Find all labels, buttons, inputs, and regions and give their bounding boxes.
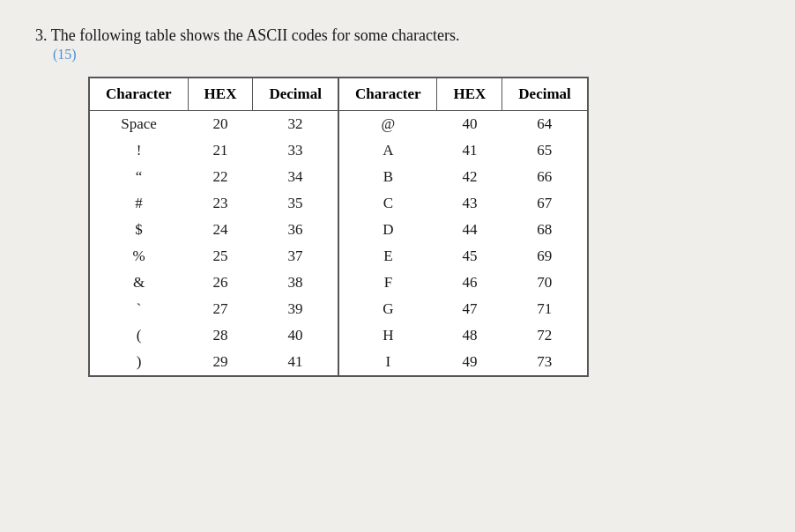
cell-3-5: 67: [502, 190, 588, 217]
cell-1-1: 21: [188, 137, 253, 164]
cell-1-4: 41: [437, 137, 502, 164]
cell-8-3: H: [338, 322, 437, 349]
col-header-char1: Character: [89, 78, 188, 111]
table-row: Space2032@4064: [89, 111, 588, 138]
col-header-dec2: Decimal: [502, 78, 588, 111]
table-row: $2436D4468: [89, 217, 588, 243]
cell-8-2: 40: [253, 322, 338, 349]
cell-5-3: E: [338, 243, 437, 270]
cell-4-5: 68: [502, 217, 588, 243]
cell-2-5: 66: [502, 164, 588, 190]
col-header-char2: Character: [338, 78, 437, 111]
cell-7-2: 39: [253, 296, 338, 322]
cell-9-4: 49: [437, 349, 502, 376]
cell-1-2: 33: [253, 137, 338, 164]
cell-5-5: 69: [502, 243, 588, 270]
cell-2-3: B: [338, 164, 437, 190]
cell-3-0: #: [89, 190, 188, 217]
cell-9-2: 41: [253, 349, 338, 376]
col-header-hex1: HEX: [188, 78, 253, 111]
question-number: 3.: [35, 26, 48, 44]
cell-1-3: A: [338, 137, 437, 164]
cell-0-5: 64: [502, 111, 588, 138]
cell-4-3: D: [338, 217, 437, 243]
question-text: The following table shows the ASCII code…: [51, 26, 460, 44]
table-row: “2234B4266: [89, 164, 588, 190]
table-header-row: Character HEX Decimal Character HEX Deci…: [89, 78, 588, 111]
cell-6-4: 46: [437, 270, 502, 296]
cell-4-0: $: [89, 217, 188, 243]
cell-6-5: 70: [502, 270, 588, 296]
cell-9-0: ): [89, 349, 188, 376]
cell-0-1: 20: [188, 111, 253, 138]
page-content: 3. The following table shows the ASCII c…: [35, 26, 760, 377]
cell-8-0: (: [89, 322, 188, 349]
cell-3-2: 35: [253, 190, 338, 217]
cell-2-2: 34: [253, 164, 338, 190]
table-row: )2941I4973: [89, 349, 588, 376]
cell-5-0: %: [89, 243, 188, 270]
col-header-dec1: Decimal: [253, 78, 338, 111]
cell-6-3: F: [338, 270, 437, 296]
cell-7-1: 27: [188, 296, 253, 322]
cell-5-4: 45: [437, 243, 502, 270]
question-header: 3. The following table shows the ASCII c…: [35, 26, 760, 63]
cell-6-0: &: [89, 270, 188, 296]
cell-7-0: `: [89, 296, 188, 322]
cell-0-4: 40: [437, 111, 502, 138]
cell-0-0: Space: [89, 111, 188, 138]
cell-3-4: 43: [437, 190, 502, 217]
table-row: `2739G4771: [89, 296, 588, 322]
ascii-table: Character HEX Decimal Character HEX Deci…: [88, 77, 589, 377]
cell-7-3: G: [338, 296, 437, 322]
table-row: (2840H4872: [89, 322, 588, 349]
cell-6-1: 26: [188, 270, 253, 296]
cell-7-5: 71: [502, 296, 588, 322]
cell-4-1: 24: [188, 217, 253, 243]
cell-5-2: 37: [253, 243, 338, 270]
cell-2-0: “: [89, 164, 188, 190]
cell-7-4: 47: [437, 296, 502, 322]
cell-5-1: 25: [188, 243, 253, 270]
cell-9-1: 29: [188, 349, 253, 376]
col-header-hex2: HEX: [437, 78, 502, 111]
cell-9-5: 73: [502, 349, 588, 376]
cell-9-3: I: [338, 349, 437, 376]
table-row: %2537E4569: [89, 243, 588, 270]
table-container: Character HEX Decimal Character HEX Deci…: [88, 77, 760, 377]
cell-4-4: 44: [437, 217, 502, 243]
table-row: !2133A4165: [89, 137, 588, 164]
cell-3-3: C: [338, 190, 437, 217]
question-line: 3. The following table shows the ASCII c…: [35, 26, 760, 45]
question-points: (15): [53, 47, 760, 63]
table-row: #2335C4367: [89, 190, 588, 217]
cell-6-2: 38: [253, 270, 338, 296]
cell-1-5: 65: [502, 137, 588, 164]
table-row: &2638F4670: [89, 270, 588, 296]
cell-2-1: 22: [188, 164, 253, 190]
cell-8-4: 48: [437, 322, 502, 349]
cell-8-1: 28: [188, 322, 253, 349]
cell-0-3: @: [338, 111, 437, 138]
cell-2-4: 42: [437, 164, 502, 190]
cell-1-0: !: [89, 137, 188, 164]
cell-8-5: 72: [502, 322, 588, 349]
cell-3-1: 23: [188, 190, 253, 217]
cell-4-2: 36: [253, 217, 338, 243]
cell-0-2: 32: [253, 111, 338, 138]
